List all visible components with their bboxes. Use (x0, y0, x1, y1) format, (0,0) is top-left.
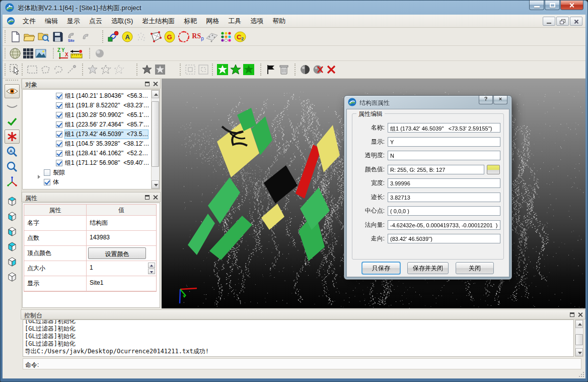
item-checkbox[interactable] (56, 93, 62, 99)
tree-item[interactable]: 组1 (191.8' 8.52202'' <83.23'… (23, 101, 160, 110)
lasso-select-button[interactable] (52, 63, 65, 76)
menu-item[interactable]: 选取(S) (107, 15, 137, 28)
star-select-new-button[interactable] (86, 63, 99, 76)
maximize-button[interactable] (545, 1, 560, 10)
visibility-eye-button[interactable] (5, 84, 20, 98)
float-panel-icon[interactable] (144, 195, 150, 200)
star-select-add-button[interactable] (99, 63, 112, 76)
zoom-all-button[interactable]: A (5, 145, 20, 159)
tree-item[interactable]: 组1 (223.56' 27.4364'' <85.7'… (23, 120, 160, 130)
color-groups-button[interactable] (219, 30, 233, 44)
rsp-tool-button[interactable]: RSp (191, 30, 205, 44)
menu-item[interactable]: 选项 (246, 15, 268, 28)
zoom-button[interactable] (5, 160, 20, 174)
box-clip-out-button[interactable] (197, 63, 210, 76)
star-invert-button[interactable] (140, 63, 154, 76)
tree-item[interactable]: 体 (23, 177, 160, 187)
view-cube-back-button[interactable] (5, 239, 20, 253)
scroll-up-icon[interactable] (152, 90, 159, 98)
menu-item[interactable]: 文件 (18, 15, 40, 28)
structural-plane[interactable] (261, 204, 284, 230)
confirm-button[interactable] (5, 114, 20, 129)
field-input[interactable]: 3.99996 (388, 178, 500, 188)
menu-item[interactable]: 标靶 (179, 15, 201, 28)
open-search-button[interactable] (37, 30, 51, 44)
point-size-spinner[interactable] (148, 263, 155, 274)
menu-item[interactable]: 显示 (62, 15, 85, 28)
polygon-select-button[interactable] (39, 63, 52, 76)
star-select-sub-button[interactable] (112, 63, 125, 76)
resize-grip[interactable] (578, 371, 584, 377)
menu-item[interactable]: 岩土结构面 (137, 15, 179, 28)
tree-item[interactable]: 组1 (104.5' 35.3928'' <38.12'… (23, 139, 160, 149)
axes-zyx-button[interactable]: ZYX (57, 47, 70, 60)
group-tool-button[interactable]: G (163, 30, 177, 44)
curve-tool-button[interactable] (5, 99, 20, 113)
c2-tool-button[interactable]: C2 (233, 30, 247, 44)
field-input[interactable]: 3.82713 (388, 193, 500, 202)
tree-item[interactable]: 组1 (171.12' 56.908'' <59.40'… (23, 158, 160, 168)
tree-item[interactable]: 组1 (128.41' 46.1062'' <52.2… (23, 149, 160, 158)
view-cube-left-button[interactable] (5, 254, 20, 269)
structural-plane[interactable] (317, 125, 340, 172)
structural-plane[interactable] (209, 216, 252, 260)
dialog-title-bar[interactable]: 结构面属性 ? × (344, 96, 511, 109)
save-button[interactable] (51, 30, 65, 44)
close-button[interactable] (560, 1, 583, 10)
tree-item[interactable]: 组1 (140.21' 1.80436'' <56.3… (23, 91, 160, 101)
globe-button[interactable] (9, 47, 22, 60)
structural-plane[interactable] (188, 214, 215, 255)
console-log[interactable]: [GL过滤器]初始化[GL过滤器]初始化[GL过滤器]初始化[GL过滤器]初始化… (23, 320, 574, 357)
auto-detect-button[interactable]: A (120, 30, 134, 44)
line-pick-button[interactable] (65, 63, 78, 76)
view-cube-top-button[interactable] (5, 194, 20, 208)
spin-down-icon[interactable] (148, 269, 155, 274)
new-file-button[interactable] (9, 30, 23, 44)
select-result-keep-button[interactable] (216, 63, 229, 76)
tree-item[interactable]: 裂隙 (23, 168, 160, 177)
console-panel-header[interactable]: 控制台 (21, 309, 585, 320)
field-input[interactable]: ( 0,0,0 ) (388, 206, 500, 216)
save-close-button[interactable]: 保存并关闭 (407, 262, 449, 274)
mdi-minimize-button[interactable] (543, 17, 555, 26)
save-only-button[interactable]: 只保存 (362, 262, 400, 274)
title-bar[interactable]: 岩体勘测V2.1.1[64] - [Site1]-结构面.project (1, 1, 587, 15)
spin-up-icon[interactable] (148, 263, 155, 268)
field-input[interactable]: 组1 (173.42' 46.5039'' <73.53' 2.59155'') (388, 123, 500, 133)
delete-button[interactable] (277, 63, 290, 76)
box-clip-in-button[interactable] (184, 63, 197, 76)
item-checkbox[interactable] (44, 169, 50, 176)
scroll-thumb[interactable] (575, 334, 583, 345)
field-input[interactable]: (83.42' 46.5039'') (388, 234, 500, 243)
menu-item[interactable]: 编辑 (40, 15, 62, 28)
mdi-close-button[interactable] (570, 17, 582, 26)
item-checkbox[interactable] (56, 102, 62, 109)
item-checkbox[interactable] (56, 112, 62, 118)
item-checkbox[interactable] (56, 131, 62, 138)
grid-button[interactable] (22, 47, 35, 60)
select-result-star-button[interactable] (229, 63, 242, 76)
tree-item[interactable]: 组1 (173.42' 46.5039'' <73.5… (23, 130, 160, 139)
scroll-down-icon[interactable] (575, 348, 583, 356)
menu-item[interactable]: 点云 (85, 15, 107, 28)
console-scrollbar[interactable] (575, 320, 583, 357)
set-color-button[interactable]: 设置颜色 (88, 247, 146, 259)
field-input[interactable]: -4.62432e-05, 0.000419733, -0.00012201 ) (388, 220, 500, 230)
objects-panel-header[interactable]: 对象 (22, 79, 161, 89)
structural-plane[interactable] (208, 177, 240, 224)
properties-panel-header[interactable]: 属性 (22, 192, 161, 202)
dialog-close-button[interactable]: × (493, 96, 507, 104)
item-checkbox[interactable] (56, 141, 62, 147)
open-project-button[interactable] (23, 30, 37, 44)
mdi-restore-button[interactable] (556, 17, 569, 26)
spinner-value[interactable]: 1 (90, 264, 93, 271)
close-panel-icon[interactable] (153, 195, 158, 200)
rect-select-button[interactable] (26, 63, 39, 76)
measure-button[interactable] (70, 47, 83, 60)
close-dialog-button[interactable]: 关闭 (456, 262, 494, 274)
menu-item[interactable]: 网格 (201, 15, 224, 28)
item-checkbox[interactable] (56, 160, 62, 166)
color-swatch-button[interactable] (487, 165, 500, 174)
scroll-up-icon[interactable] (575, 320, 583, 328)
dialog-help-button[interactable]: ? (479, 96, 493, 104)
